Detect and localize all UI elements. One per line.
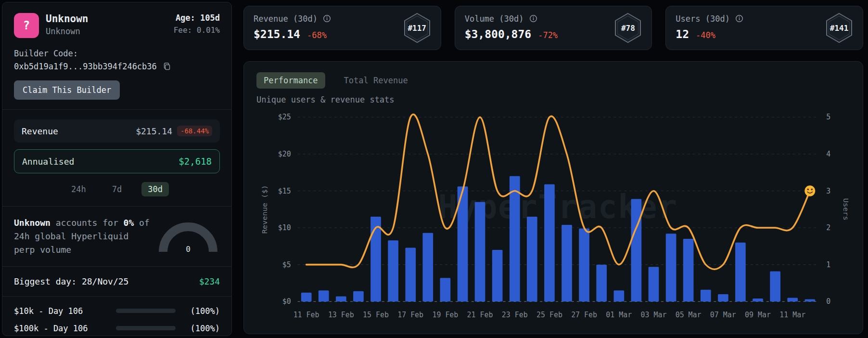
volume-note-text: Unknown accounts for 0% of 24h global Hy… bbox=[14, 216, 154, 257]
svg-text:21 Feb: 21 Feb bbox=[467, 311, 493, 319]
annualised-label: Annualised bbox=[22, 156, 179, 167]
divider bbox=[2, 296, 231, 297]
annualised-value: $2,618 bbox=[179, 156, 212, 167]
info-icon[interactable] bbox=[734, 13, 744, 24]
svg-text:17 Feb: 17 Feb bbox=[397, 311, 423, 319]
builder-avatar: ? bbox=[14, 13, 39, 38]
svg-text:05 Mar: 05 Mar bbox=[676, 311, 702, 319]
builder-subtitle: Unknown bbox=[46, 26, 174, 36]
svg-text:07 Mar: 07 Mar bbox=[710, 311, 736, 319]
svg-text:25 Feb: 25 Feb bbox=[536, 311, 562, 319]
svg-text:4: 4 bbox=[826, 150, 830, 158]
builder-profile-card: ? Unknown Unknown Age: 105d Fee: 0.01% B… bbox=[2, 2, 232, 336]
svg-text:23 Feb: 23 Feb bbox=[502, 311, 528, 319]
builder-code-row: 0xb5d19a1f9...93bb394f246cb36 bbox=[14, 61, 220, 72]
svg-text:09 Mar: 09 Mar bbox=[745, 311, 771, 319]
milestone-row-100k: $100k - Day 106 (100%) bbox=[14, 324, 220, 333]
builder-names: Unknown Unknown bbox=[46, 13, 174, 36]
stat-card-volume: Volume (30d) $3,800,876 -72% #78 bbox=[455, 6, 652, 50]
period-tab-24h[interactable]: 24h bbox=[65, 182, 92, 196]
milestone-percent: (100%) bbox=[183, 324, 220, 333]
milestone-row-10k: $10k - Day 106 (100%) bbox=[14, 306, 220, 316]
svg-text:27 Feb: 27 Feb bbox=[571, 311, 597, 319]
svg-text:$20: $20 bbox=[278, 150, 291, 158]
stat-change: -40% bbox=[696, 30, 715, 40]
divider bbox=[2, 266, 231, 267]
stat-title: Volume (30d) bbox=[465, 14, 524, 24]
svg-text:1: 1 bbox=[826, 260, 830, 269]
builder-code-label: Builder Code: bbox=[14, 49, 220, 58]
tab-total-revenue[interactable]: Total Revenue bbox=[337, 72, 415, 89]
rank-hexagon-badge: #117 bbox=[402, 12, 432, 44]
svg-text:3: 3 bbox=[826, 186, 830, 195]
builder-fee: Fee: 0.01% bbox=[174, 26, 220, 35]
svg-text:13 Feb: 13 Feb bbox=[328, 311, 354, 319]
svg-text:Users: Users bbox=[842, 198, 850, 221]
svg-text:$0: $0 bbox=[282, 297, 291, 306]
milestone-percent: (100%) bbox=[183, 306, 220, 316]
svg-text:15 Feb: 15 Feb bbox=[363, 311, 389, 319]
stat-title: Revenue (30d) bbox=[254, 14, 318, 24]
rank-value: #117 bbox=[402, 12, 432, 44]
performance-chart-card: Performance Total Revenue Unique users &… bbox=[243, 61, 863, 334]
svg-text:$10: $10 bbox=[278, 223, 291, 232]
rank-hexagon-badge: #78 bbox=[613, 12, 643, 44]
profile-header: ? Unknown Unknown Age: 105d Fee: 0.01% bbox=[14, 13, 220, 38]
biggest-day-row: Biggest day: 28/Nov/25 $234 bbox=[14, 276, 220, 286]
period-tab-7d[interactable]: 7d bbox=[106, 182, 128, 196]
annualised-row: Annualised $2,618 bbox=[14, 149, 220, 173]
volume-note: Unknown accounts for 0% of 24h global Hy… bbox=[14, 216, 220, 257]
stat-card-users: Users (30d) 12 -40% #141 bbox=[665, 6, 863, 50]
period-tabs: 24h 7d 30d bbox=[14, 182, 220, 196]
stat-cards-row: Revenue (30d) $215.14 -68% #117 Volume (… bbox=[243, 6, 863, 50]
svg-text:Revenue ($): Revenue ($) bbox=[260, 185, 269, 234]
chart-subtitle: Unique users & revenue stats bbox=[256, 95, 850, 104]
copy-icon[interactable] bbox=[162, 61, 172, 72]
stat-value: $215.14 bbox=[254, 28, 300, 40]
svg-text:$15: $15 bbox=[278, 186, 291, 195]
milestone-progress-bar bbox=[116, 309, 176, 313]
revenue-summary-row: Revenue $215.14 -68.44% bbox=[14, 119, 220, 143]
claim-builder-button[interactable]: Claim This Builder bbox=[14, 80, 120, 100]
builder-code-value: 0xb5d19a1f9...93bb394f246cb36 bbox=[14, 62, 157, 71]
info-icon[interactable] bbox=[528, 13, 538, 24]
period-tab-30d[interactable]: 30d bbox=[141, 182, 169, 196]
svg-text:03 Mar: 03 Mar bbox=[641, 311, 667, 319]
volume-note-builder: Unknown bbox=[14, 218, 51, 228]
divider bbox=[2, 109, 231, 110]
builder-meta: Age: 105d Fee: 0.01% bbox=[174, 13, 220, 35]
rank-hexagon-badge: #141 bbox=[824, 12, 854, 44]
stat-change: -68% bbox=[307, 30, 327, 40]
stat-change: -72% bbox=[538, 30, 558, 40]
svg-text:2: 2 bbox=[826, 223, 830, 232]
svg-text:$5: $5 bbox=[282, 260, 291, 269]
revenue-change-badge: -68.44% bbox=[177, 126, 212, 136]
svg-text:5: 5 bbox=[826, 113, 830, 121]
volume-share-gauge: 0 bbox=[156, 217, 220, 256]
stat-title: Users (30d) bbox=[676, 14, 730, 24]
milestone-label: $100k - Day 106 bbox=[14, 324, 108, 333]
tab-performance[interactable]: Performance bbox=[256, 72, 325, 89]
stat-card-revenue: Revenue (30d) $215.14 -68% #117 bbox=[243, 6, 441, 50]
chart-tabs: Performance Total Revenue bbox=[256, 72, 850, 89]
volume-note-mid: accounts for bbox=[51, 218, 124, 228]
gauge-value: 0 bbox=[156, 245, 220, 254]
revenue-label: Revenue bbox=[22, 126, 136, 136]
users-revenue-chart: $00$51$102$153$204$255HyperTracker11 Feb… bbox=[256, 107, 850, 323]
svg-text:HyperTracker: HyperTracker bbox=[438, 188, 678, 226]
milestone-label: $10k - Day 106 bbox=[14, 306, 108, 316]
builder-age: Age: 105d bbox=[174, 13, 220, 23]
svg-text:19 Feb: 19 Feb bbox=[432, 311, 458, 319]
builder-dashboard: ? Unknown Unknown Age: 105d Fee: 0.01% B… bbox=[0, 0, 868, 338]
divider bbox=[2, 206, 231, 207]
svg-text:0: 0 bbox=[826, 297, 830, 306]
info-icon[interactable] bbox=[322, 13, 332, 24]
builder-name: Unknown bbox=[46, 13, 174, 25]
milestone-progress-bar bbox=[116, 326, 176, 330]
svg-text:$25: $25 bbox=[278, 113, 291, 121]
stat-value: 12 bbox=[676, 28, 689, 40]
svg-text:11 Mar: 11 Mar bbox=[779, 311, 805, 319]
rank-value: #141 bbox=[824, 12, 854, 44]
revenue-value: $215.14 bbox=[136, 126, 172, 136]
biggest-day-label: Biggest day: 28/Nov/25 bbox=[14, 276, 199, 286]
